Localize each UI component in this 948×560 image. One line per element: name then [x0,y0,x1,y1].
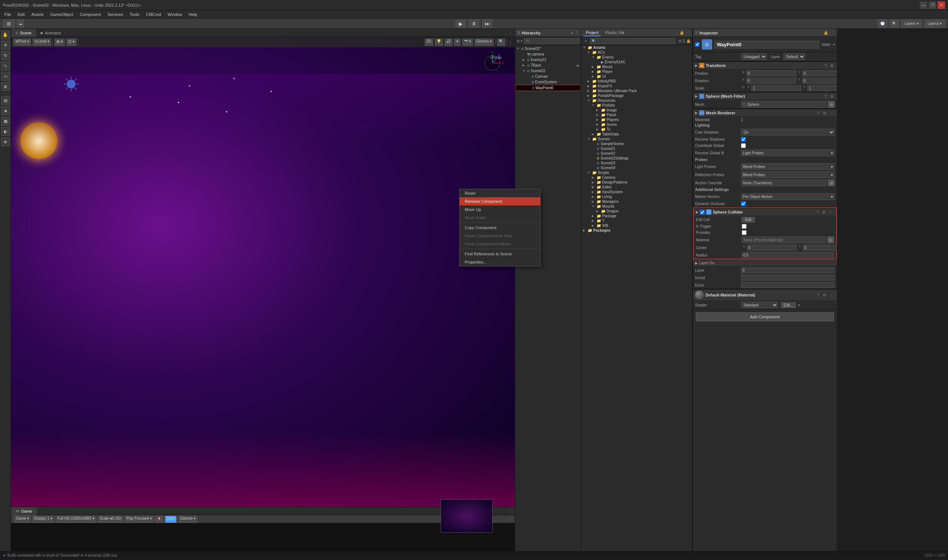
rot-y-input[interactable] [802,78,837,84]
tree-canvas[interactable]: ⊙ Canvas [515,74,581,79]
layer-input[interactable] [741,267,835,273]
scene-search[interactable]: 🔍 [497,38,505,46]
collider-material-btn[interactable]: ⊙ [827,237,834,243]
proj-editor[interactable]: ▶ 📁 Editor [581,185,692,189]
proj-camera-script[interactable]: ▶ 📁 Camera [581,175,692,180]
scale-x-input[interactable] [751,85,802,91]
ctx-remove-component[interactable]: Remove Component [459,197,540,205]
tab-animator[interactable]: ▶ Animator [36,29,66,37]
pos-y-input[interactable] [802,70,837,76]
custom-tool4[interactable]: ◐ [1,127,10,136]
reflection-probes-dropdown[interactable]: Blend Probes▾ [741,171,835,178]
proj-living[interactable]: ▶ 📁 Living [581,194,692,199]
proj-kriptofx[interactable]: ▶ 📁 KriptoFX [581,84,692,88]
proj-icon-btn3[interactable]: 🔒 [686,39,691,43]
hand-tool[interactable]: ✋ [1,30,10,39]
transform-help[interactable]: ? [823,64,828,68]
proj-assets[interactable]: ▼ 📁 Assets [581,45,692,50]
proj-t[interactable]: ▶ 📁 T [581,218,692,223]
gizmos-game-btn[interactable]: Gizmos ▾ [178,515,197,523]
tab-game[interactable]: 🎮 Game [11,507,37,515]
fx-btn[interactable]: ✦ [454,38,461,46]
grid-dropdown[interactable]: ⊞ ▾ [54,38,65,46]
unity-logo[interactable]: ⊞ [3,20,15,28]
menu-edit[interactable]: Edit [15,11,28,17]
pause-button[interactable]: ⏸ [469,20,479,28]
proj-icon-btn1[interactable]: ⊞ [678,39,681,43]
proj-scene01[interactable]: ⊙ Scene01 [581,146,692,151]
ctx-find-refs[interactable]: Find References In Scene [459,250,540,258]
proj-player[interactable]: ▶ 📁 Player [581,69,692,74]
static-dropdown[interactable]: ▾ [833,43,835,47]
maximize-button[interactable]: ❐ [929,2,936,9]
proj-acs[interactable]: ▼ 📁 ACs [581,50,692,55]
shader-edit-btn[interactable]: Edit... [781,302,796,308]
menu-assets[interactable]: Assets [29,11,47,17]
center-x-input[interactable] [747,245,797,251]
project-add[interactable]: + [583,38,589,44]
menu-window[interactable]: Window [165,11,185,17]
2d-button[interactable]: 2D [425,38,433,46]
is-trigger-checkbox[interactable] [742,224,746,229]
proj-portals[interactable]: ▶ 📁 PortalsPackage [581,93,692,98]
mesh-renderer-more[interactable]: ⋮ [829,111,835,115]
play-focused-dropdown[interactable]: Play Focused ▾ [125,515,153,523]
proj-scene02-asset[interactable]: ⊙ Scene02 [581,151,692,156]
proj-mounts[interactable]: ▼ 📁 Mounts [581,204,692,209]
scene-camera-btn[interactable]: 📷 ▾ [462,38,473,46]
proj-panel[interactable]: ▶ 📁 Panel [581,112,692,117]
layers-dropdown[interactable]: Layers ▾ [901,20,922,28]
proj-samplescene[interactable]: ⊙ SampleScene [581,142,692,146]
snap-settings[interactable]: ⊡ ▾ [66,38,77,46]
collider-material-value[interactable]: None (Physics Material) [742,237,826,243]
minimize-button[interactable]: — [920,2,927,9]
hierarchy-more[interactable]: ⋮ [575,30,579,35]
light-probes-dropdown[interactable]: Blend Probes▾ [741,163,835,170]
project-more[interactable]: ⋮ [686,31,690,35]
proj-managers[interactable]: ▶ 📁 Managers [581,199,692,204]
menu-component[interactable]: Component [77,11,104,17]
project-search[interactable]: 🔍 [590,38,675,44]
rotate-tool[interactable]: ↻ [1,51,10,60]
move-tool[interactable]: ✛ [1,41,10,49]
proj-infinitypbr[interactable]: ▶ 📁 InfinityPBR [581,79,692,84]
material-more[interactable]: ⋮ [829,293,835,297]
proj-scene04[interactable]: ⊙ Scene04 [581,165,692,170]
edit-collider-btn[interactable]: Edit [742,217,755,222]
proj-monsters[interactable]: ▶ 📁 Monsters Ultimate Pack [581,88,692,93]
proj-scene02settings[interactable]: ⚙ Scene02Settings [581,156,692,161]
material-extra[interactable]: ▾ [798,303,800,307]
proj-ui[interactable]: ▶ 📁 UI [581,74,692,79]
provides-checkbox[interactable] [742,230,746,235]
object-name-input[interactable] [714,41,819,48]
game-display-dropdown[interactable]: Game ▾ [14,515,31,523]
anchor-override-btn[interactable]: ⊙ [828,180,835,186]
sphere-collider-settings[interactable]: ⚙ [821,210,826,214]
transform-settings[interactable]: ⚙ [829,64,835,68]
ctx-move-up[interactable]: Move Up [459,205,540,214]
sphere-collider-active[interactable] [700,210,705,215]
tab-project[interactable]: Project [584,29,601,36]
proj-wb[interactable]: ▶ 📁 WB [581,223,692,228]
add-component-button[interactable]: Add Component [696,312,834,321]
display-num-dropdown[interactable]: Display 1 ▾ [32,515,54,523]
proj-packages[interactable]: ▶ 📁 Packages [581,228,692,233]
material-settings[interactable]: ⚙ [822,293,827,297]
custom-tool1[interactable]: ▤ [1,96,10,105]
ctx-reset[interactable]: Reset [459,189,540,197]
mesh-renderer-settings[interactable]: ⚙ [822,111,827,115]
proj-tabledata[interactable]: ▶ 📁 TableData [581,132,692,137]
proj-icon-btn2[interactable]: ☰ [682,39,686,43]
proj-scripts[interactable]: ▼ 📁 Scripts [581,170,692,175]
tree-tback[interactable]: ▶ ⊙ TBack ▶ [515,63,581,68]
ctx-properties[interactable]: Properties... [459,258,540,266]
game-more[interactable]: ⋮ [508,517,512,522]
object-active-checkbox[interactable] [695,42,700,47]
proj-package[interactable]: ▶ 📁 Package [581,214,692,218]
shader-select[interactable]: Standard [741,302,778,308]
hierarchy-add[interactable]: + [571,31,573,35]
stats-btn[interactable]: Stats [165,515,177,523]
ctx-copy-component[interactable]: Copy Component [459,223,540,232]
proj-scene03[interactable]: ⊙ Scene03 [581,161,692,165]
gizmos-btn[interactable]: Gizmos ▾ [474,38,493,46]
